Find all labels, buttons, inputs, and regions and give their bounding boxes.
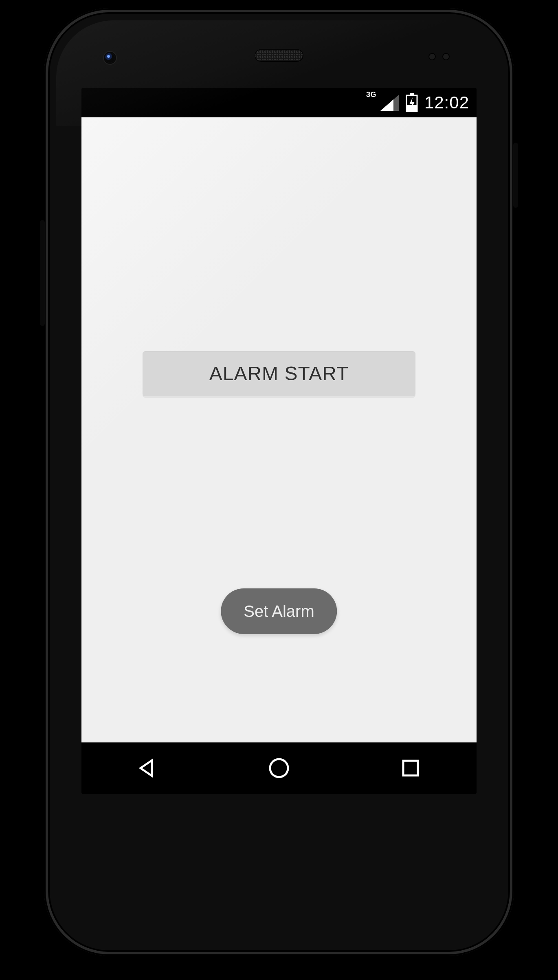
svg-point-7 xyxy=(270,759,288,777)
earpiece xyxy=(255,49,303,62)
phone-frame: 3G 12:02 ALARM START Set Alarm xyxy=(44,8,514,956)
svg-marker-1 xyxy=(380,99,393,111)
svg-rect-8 xyxy=(403,761,418,775)
svg-marker-6 xyxy=(141,760,152,776)
nav-back-button[interactable] xyxy=(133,753,162,783)
network-type-badge: 3G xyxy=(366,90,376,99)
navigation-bar xyxy=(81,742,477,794)
status-bar: 3G 12:02 xyxy=(81,88,477,117)
nav-home-button[interactable] xyxy=(264,753,294,783)
proximity-sensors xyxy=(428,53,453,62)
battery-charging-icon xyxy=(406,93,418,112)
signal-icon xyxy=(380,95,399,111)
screen: 3G 12:02 ALARM START Set Alarm xyxy=(81,88,477,794)
alarm-start-button[interactable]: ALARM START xyxy=(143,351,415,396)
set-alarm-toast: Set Alarm xyxy=(221,588,337,634)
back-icon xyxy=(136,757,158,779)
volume-rocker[interactable] xyxy=(40,220,45,326)
power-button[interactable] xyxy=(513,143,518,208)
recent-apps-icon xyxy=(400,758,421,778)
app-content: ALARM START Set Alarm xyxy=(81,117,477,742)
status-clock: 12:02 xyxy=(424,93,469,112)
nav-recent-button[interactable] xyxy=(396,753,425,783)
front-camera xyxy=(105,53,115,63)
home-icon xyxy=(268,757,290,780)
